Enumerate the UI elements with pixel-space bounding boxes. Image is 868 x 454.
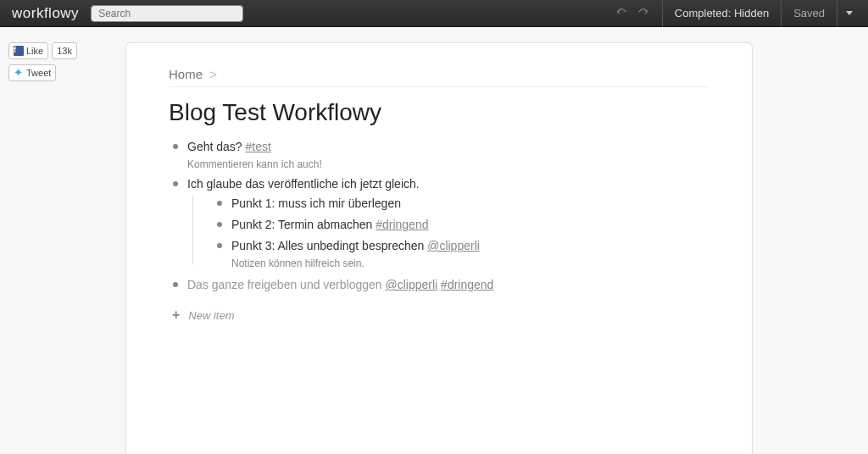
breadcrumb: Home > bbox=[169, 67, 709, 87]
mention[interactable]: @clipperli bbox=[386, 278, 438, 291]
list-item[interactable]: Das ganze freigeben und verbloggen @clip… bbox=[169, 274, 709, 296]
item-text: Punkt 2: Termin abmachen bbox=[231, 218, 376, 231]
undo-redo-group bbox=[603, 7, 662, 19]
menu-dropdown-button[interactable] bbox=[837, 0, 861, 27]
item-text: Ich glaube das veröffentliche ich jetzt … bbox=[187, 177, 420, 191]
facebook-like-button[interactable]: f Like bbox=[8, 42, 48, 59]
chevron-down-icon bbox=[846, 11, 853, 15]
document-card: Home > Blog Test Workflowy Geht das? #te… bbox=[125, 42, 753, 454]
twitter-icon: ✦ bbox=[14, 68, 24, 78]
item-text: Punkt 3: Alles unbedingt besprechen bbox=[231, 239, 427, 252]
item-text: Geht das? bbox=[187, 140, 246, 153]
list-item[interactable]: Geht das? #test Kommentieren kann ich au… bbox=[169, 136, 709, 174]
item-text: Das ganze freigeben und verbloggen bbox=[187, 278, 386, 291]
saved-status: Saved bbox=[781, 0, 837, 27]
search-input[interactable] bbox=[91, 5, 243, 22]
social-sidebar: f Like 13k ✦ Tweet bbox=[0, 27, 93, 454]
brand-logo[interactable]: workflowy bbox=[7, 5, 91, 22]
page-title[interactable]: Blog Test Workflowy bbox=[169, 99, 709, 126]
like-count-badge: 13k bbox=[52, 42, 77, 59]
undo-icon[interactable] bbox=[615, 7, 628, 19]
plus-icon: + bbox=[172, 307, 180, 323]
breadcrumb-home[interactable]: Home bbox=[169, 67, 203, 81]
redo-icon[interactable] bbox=[637, 7, 650, 19]
completed-toggle-button[interactable]: Completed: Hidden bbox=[662, 0, 781, 27]
breadcrumb-separator: > bbox=[209, 67, 217, 81]
tweet-button[interactable]: ✦ Tweet bbox=[8, 64, 56, 81]
hashtag[interactable]: #dringend bbox=[441, 278, 493, 291]
tweet-label: Tweet bbox=[26, 68, 51, 78]
hashtag[interactable]: #test bbox=[246, 140, 271, 153]
list-item[interactable]: Ich glaube das veröffentliche ich jetzt … bbox=[169, 174, 709, 274]
new-item-button[interactable]: + New item bbox=[169, 307, 709, 323]
item-note[interactable]: Kommentieren kann ich auch! bbox=[187, 157, 709, 172]
hashtag[interactable]: #dringend bbox=[376, 218, 428, 231]
item-note[interactable]: Notizen können hilfreich sein. bbox=[231, 256, 709, 271]
list-item[interactable]: Punkt 3: Alles unbedingt besprechen @cli… bbox=[213, 235, 709, 273]
outline-tree: Geht das? #test Kommentieren kann ich au… bbox=[169, 136, 709, 296]
like-label: Like bbox=[26, 46, 43, 56]
topbar: workflowy Completed: Hidden Saved bbox=[0, 0, 868, 27]
list-item[interactable]: Punkt 1: muss ich mir überlegen bbox=[213, 193, 709, 214]
mention[interactable]: @clipperli bbox=[427, 239, 480, 252]
item-text: Punkt 1: muss ich mir überlegen bbox=[231, 197, 401, 210]
new-item-label: New item bbox=[188, 309, 234, 322]
list-item[interactable]: Punkt 2: Termin abmachen #dringend bbox=[213, 214, 709, 235]
facebook-icon: f bbox=[14, 46, 24, 56]
